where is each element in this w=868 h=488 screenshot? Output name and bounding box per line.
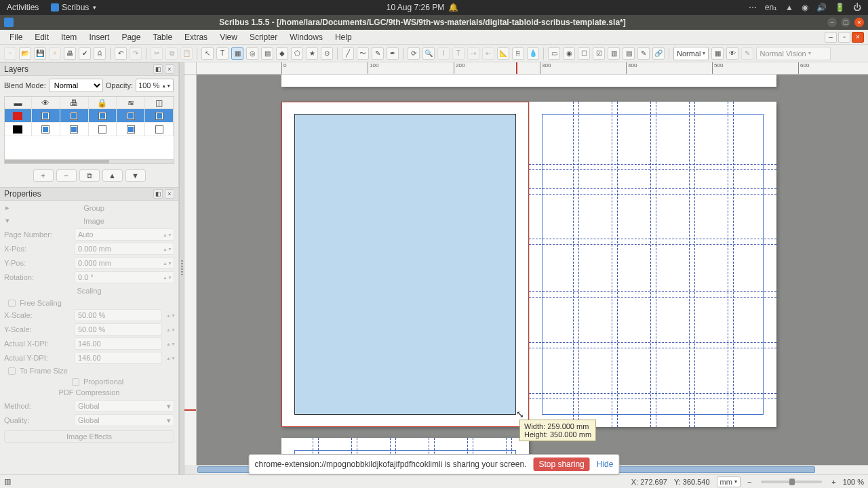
lang-indicator[interactable]: en₁ xyxy=(765,3,777,12)
copy-props-icon[interactable]: ⎘ xyxy=(512,47,524,60)
pdf-text-icon[interactable]: ☐ xyxy=(578,47,590,60)
maximize-button[interactable]: ▢ xyxy=(841,18,850,27)
save-icon[interactable]: 💾 xyxy=(34,47,46,60)
layers-hscroll[interactable] xyxy=(4,160,174,164)
vision-mode-combo[interactable]: Normal Vision▾ xyxy=(756,47,831,60)
preview-icon[interactable]: 👁 xyxy=(726,47,738,60)
status-pages-icon[interactable]: ▥ xyxy=(4,477,11,486)
table-icon[interactable]: ▤ xyxy=(261,47,273,60)
document-viewport[interactable]: ⤡ Width: 259.000 mmHeight: 350.000 mm xyxy=(197,75,868,465)
menu-page[interactable]: Page xyxy=(116,31,146,43)
rotation-field[interactable]: 0.0 °▲▼ xyxy=(75,271,174,283)
menu-view[interactable]: View xyxy=(214,31,243,43)
doc-close-button[interactable]: × xyxy=(852,32,864,43)
blend-mode-select[interactable]: Normal xyxy=(49,79,103,92)
zoom-slider[interactable] xyxy=(761,481,822,483)
layer-add-button[interactable]: + xyxy=(33,169,54,182)
arc-icon[interactable]: ⬠ xyxy=(291,47,303,60)
eyedropper-icon[interactable]: 💧 xyxy=(527,47,539,60)
vertical-ruler[interactable] xyxy=(184,75,197,465)
undo-icon[interactable]: ↶ xyxy=(115,47,127,60)
notification-icon[interactable]: 🔔 xyxy=(448,3,458,12)
story-editor-icon[interactable]: T xyxy=(452,47,465,60)
layers-panel-header[interactable]: Layers ◧ × xyxy=(0,62,178,76)
hide-banner-button[interactable]: Hide xyxy=(597,460,614,469)
battery-icon[interactable]: 🔋 xyxy=(835,3,845,12)
layers-close-icon[interactable]: × xyxy=(165,64,174,74)
pdf-combo-icon[interactable]: ▥ xyxy=(608,47,620,60)
pdf-annot-icon[interactable]: ✎ xyxy=(637,47,650,60)
menu-windows[interactable]: Windows xyxy=(284,31,328,43)
freehand-icon[interactable]: ✎ xyxy=(372,47,384,60)
tray-menu-icon[interactable]: ⋯ xyxy=(749,3,757,12)
minimize-button[interactable]: – xyxy=(827,18,837,27)
calligraphy-icon[interactable]: ✒ xyxy=(387,47,399,60)
line-icon[interactable]: ╱ xyxy=(342,47,354,60)
ruler-origin[interactable] xyxy=(184,62,197,75)
network-icon[interactable]: ▲ xyxy=(785,3,793,12)
group-section[interactable]: ▸Group xyxy=(4,202,174,214)
menu-extras[interactable]: Extras xyxy=(179,31,213,43)
image-effects-button[interactable]: Image Effects xyxy=(4,430,174,443)
layers-table[interactable]: ▬ 👁 🖶 🔒 ≋ ◫ xyxy=(4,96,174,160)
measure-icon[interactable]: 📐 xyxy=(497,47,509,60)
menu-file[interactable]: File xyxy=(4,31,28,43)
layer-down-button[interactable]: ▼ xyxy=(125,169,146,182)
zoom-icon[interactable]: 🔍 xyxy=(422,47,435,60)
menu-insert[interactable]: Insert xyxy=(83,31,115,43)
doc-minimize-button[interactable]: – xyxy=(825,32,837,43)
zoom-in-icon[interactable]: + xyxy=(831,478,835,486)
power-icon[interactable]: ⏻ xyxy=(853,3,861,12)
properties-panel-header[interactable]: Properties ◧ × xyxy=(0,187,178,201)
image-section[interactable]: ▾Image xyxy=(4,215,174,226)
actual-xdpi-field[interactable]: 146.00 xyxy=(75,338,162,350)
print-icon[interactable]: 🖶 xyxy=(64,47,76,60)
menu-edit[interactable]: Edit xyxy=(29,31,54,43)
actual-ydpi-field[interactable]: 146.00 xyxy=(75,352,162,364)
clock[interactable]: 10 Aug 7:26 PM xyxy=(387,3,444,12)
close-button[interactable]: × xyxy=(854,18,864,27)
quality-combo[interactable]: Global▾ xyxy=(75,414,174,426)
xscale-field[interactable]: 50.00 % xyxy=(75,309,162,321)
export-pdf-icon[interactable]: ⎙ xyxy=(94,47,106,60)
close-doc-icon[interactable]: × xyxy=(49,47,61,60)
layer-dup-button[interactable]: ⧉ xyxy=(79,169,100,182)
unit-combo[interactable]: mm▾ xyxy=(717,476,741,487)
toggle-cms-icon[interactable]: ▦ xyxy=(711,47,724,60)
layer-remove-button[interactable]: − xyxy=(56,169,77,182)
zoom-out-icon[interactable]: − xyxy=(747,478,751,486)
free-scaling-radio[interactable] xyxy=(8,300,16,307)
horizontal-ruler[interactable]: 0 100 200 300 400 500 600 xyxy=(197,62,868,75)
link-frames-icon[interactable]: ⇢ xyxy=(467,47,479,60)
menu-table[interactable]: Table xyxy=(147,31,178,43)
layer-row[interactable] xyxy=(5,109,174,123)
method-combo[interactable]: Global▾ xyxy=(75,400,174,412)
to-frame-radio[interactable] xyxy=(8,367,16,375)
layer-row[interactable] xyxy=(5,123,174,136)
rotate-icon[interactable]: ⟳ xyxy=(408,47,420,60)
layer-up-button[interactable]: ▲ xyxy=(102,169,123,182)
pdf-radio-icon[interactable]: ◉ xyxy=(563,47,575,60)
proportional-check[interactable] xyxy=(72,378,79,386)
props-close-icon[interactable]: × xyxy=(165,189,174,199)
render-frame-icon[interactable]: ◎ xyxy=(246,47,258,60)
xpos-field[interactable]: 0.000 mm▲▼ xyxy=(75,243,174,255)
cut-icon[interactable]: ✂ xyxy=(151,47,163,60)
menu-item[interactable]: Item xyxy=(56,31,82,43)
stop-sharing-button[interactable]: Stop sharing xyxy=(533,458,589,471)
unlink-frames-icon[interactable]: ⇠ xyxy=(482,47,494,60)
open-icon[interactable]: 📂 xyxy=(19,47,31,60)
opacity-spinner[interactable]: 100 %▲▼ xyxy=(136,79,174,92)
page-number-field[interactable]: Auto▲▼ xyxy=(75,228,174,241)
preflight-icon[interactable]: ✔ xyxy=(79,47,91,60)
app-menu[interactable]: Scribus xyxy=(51,3,96,12)
polygon-icon[interactable]: ★ xyxy=(306,47,318,60)
copy-icon[interactable]: ⧉ xyxy=(165,47,178,60)
bezier-icon[interactable]: 〜 xyxy=(357,47,369,60)
pdf-link-icon[interactable]: 🔗 xyxy=(652,47,665,60)
yscale-field[interactable]: 50.00 % xyxy=(75,323,162,336)
volume-icon[interactable]: 🔊 xyxy=(816,3,827,12)
menu-scripter[interactable]: Scripter xyxy=(244,31,283,43)
image-frame-icon[interactable]: ▦ xyxy=(231,47,243,60)
ypos-field[interactable]: 0.000 mm▲▼ xyxy=(75,257,174,269)
